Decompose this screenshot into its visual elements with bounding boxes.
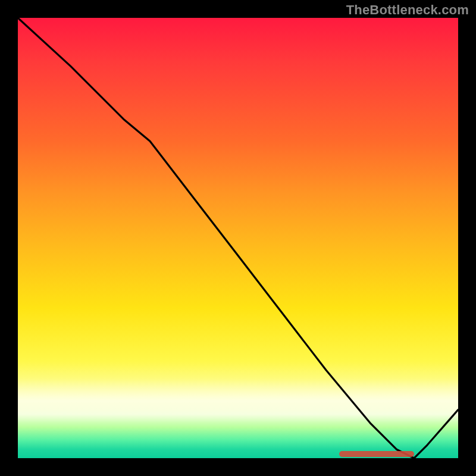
plot-area	[18, 18, 458, 458]
chart-stage: TheBottleneck.com	[0, 0, 476, 476]
watermark-text: TheBottleneck.com	[346, 2, 469, 18]
bottom-marker-band	[339, 451, 414, 457]
curve-path	[18, 18, 458, 458]
line-curve	[18, 18, 458, 458]
